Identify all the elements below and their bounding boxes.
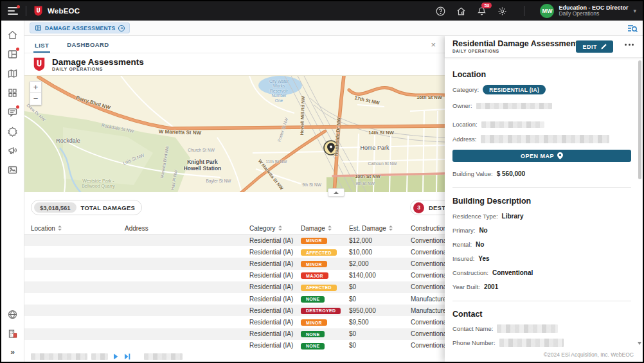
section-divider — [452, 301, 631, 301]
brand-name: WebEOC — [48, 7, 80, 15]
column-header-address[interactable]: Address — [118, 225, 243, 232]
sidebar-organization-icon[interactable] — [7, 328, 18, 339]
summary-row: $3,018,561 TOTAL DAMAGES 3 DESTROYED — [24, 192, 445, 222]
damage-badge: MINOR — [301, 319, 327, 326]
sidebar-broadcast-icon[interactable] — [7, 145, 18, 156]
detail-field: Insured:Yes — [452, 255, 631, 262]
detail-panel-header: Residential Damage Assessment DAILY OPER… — [445, 36, 643, 58]
next-page-icon[interactable] — [112, 353, 120, 360]
sidebar-language-icon[interactable] — [7, 309, 18, 320]
top-bar: WebEOC 53 MW Education - EOC Director Da… — [1, 1, 643, 21]
panel-scrollbar[interactable] — [638, 60, 641, 179]
table-row[interactable]: Residential (IA)MAJOR$140,000Conventiona… — [24, 270, 445, 281]
cell-construction: Conventional — [402, 260, 445, 267]
table-row[interactable]: Residential (IA)NONE$0Conventional — [24, 340, 445, 351]
table-row[interactable]: Residential (IA)AFFECTED$0Conventional — [24, 281, 445, 293]
scrollbar-down-arrow-icon[interactable] — [638, 342, 641, 345]
detail-field: Construction:Conventional — [452, 269, 631, 276]
field-label: Rental: — [452, 241, 472, 248]
sidebar-plugins-icon[interactable] — [7, 126, 18, 137]
open-map-button[interactable]: OPEN MAP — [452, 150, 631, 162]
field-label: Construction: — [452, 269, 488, 276]
damage-badge: NONE — [301, 331, 325, 337]
table-row[interactable]: Residential (IA)NONE$0Manufactured — [24, 293, 445, 305]
field-value: No — [476, 241, 484, 248]
left-sidebar: » — [1, 21, 24, 362]
last-page-icon[interactable] — [123, 353, 131, 360]
user-avatar[interactable]: MW — [540, 4, 554, 18]
sidebar-expand-icon[interactable]: » — [10, 348, 15, 357]
column-header-construction[interactable]: Construction — [402, 225, 445, 232]
cell-damage: MINOR — [294, 260, 343, 268]
board-tab-damage-assessments[interactable]: DAMAGE ASSESSMENTS × — [30, 22, 130, 33]
table-row[interactable]: Residential (IA)AFFECTED$10,000Conventio… — [24, 246, 445, 258]
column-header-est-damage[interactable]: Est. Damage — [343, 225, 402, 232]
settings-gear-icon[interactable] — [497, 6, 507, 16]
menu-icon[interactable] — [8, 7, 18, 15]
sidebar-home-icon[interactable] — [7, 30, 18, 40]
cell-est-damage: $0 — [343, 342, 402, 349]
owner-label: Owner: — [452, 102, 472, 109]
total-damages-pill: $3,018,561 TOTAL DAMAGES — [31, 200, 142, 215]
sidebar-apps-icon[interactable] — [7, 87, 18, 98]
table-row[interactable]: Residential (IA)DESTROYED$950,000Manufac… — [24, 305, 445, 316]
field-value: Library — [502, 213, 524, 220]
user-menu-chevron-icon[interactable]: ▾ — [633, 8, 636, 14]
table-row[interactable]: Residential (IA)MINOR$9,500Conventional — [24, 316, 445, 328]
map-marker-pin[interactable] — [324, 141, 338, 155]
map-pin-icon — [557, 152, 563, 159]
cell-construction: Conventional — [402, 249, 445, 256]
edit-button-label: EDIT — [582, 44, 597, 50]
menu-notification-dot — [17, 5, 20, 8]
damage-badge: MINOR — [301, 238, 327, 244]
cell-damage: NONE — [294, 295, 343, 303]
field-value: No — [479, 227, 487, 234]
edit-button[interactable]: EDIT — [576, 40, 613, 53]
pagination-redacted-text — [91, 353, 108, 360]
destroyed-count: 3 — [413, 202, 424, 213]
cell-construction: Conventional — [402, 342, 445, 349]
close-board-tab-icon[interactable]: × — [118, 25, 125, 31]
cell-damage: NONE — [294, 342, 343, 350]
total-damages-amount: $3,018,561 — [34, 202, 76, 213]
tab-dashboard[interactable]: DASHBOARD — [66, 37, 110, 53]
field-label: Insured: — [452, 255, 474, 262]
destroyed-label: DESTROYED — [429, 204, 445, 211]
sidebar-boards-icon[interactable] — [7, 49, 18, 60]
damage-map[interactable]: Perry Blvd NWDrew Dr NWRockdaleRockdale … — [24, 75, 445, 192]
pencil-icon — [601, 44, 607, 49]
close-panel-icon[interactable]: × — [431, 40, 436, 49]
cell-est-damage: $0 — [343, 330, 402, 337]
map-zoom-control: + − — [30, 81, 42, 105]
detail-field: Contact Name: — [452, 324, 631, 333]
more-options-button[interactable] — [625, 44, 634, 46]
sidebar-messages-icon[interactable] — [7, 107, 18, 118]
sidebar-media-icon[interactable] — [7, 164, 18, 175]
table-row[interactable]: Residential (IA)NONE$0Conventional — [24, 328, 445, 340]
cell-est-damage: $0 — [343, 283, 402, 290]
cell-construction: Conventional — [402, 272, 445, 279]
home-icon[interactable] — [456, 6, 466, 16]
help-icon[interactable] — [436, 6, 445, 16]
search-boards-icon[interactable] — [627, 24, 638, 33]
cell-damage: MINOR — [294, 236, 343, 244]
user-info[interactable]: Education - EOC Director Daily Operation… — [559, 4, 628, 17]
column-header-location[interactable]: Location — [24, 225, 118, 232]
zoom-out-button[interactable]: − — [30, 93, 42, 105]
cell-category: Residential (IA) — [243, 237, 294, 244]
category-field: Category: RESIDENTIAL (IA) — [452, 85, 631, 94]
cell-damage: AFFECTED — [294, 249, 343, 256]
tab-list[interactable]: LIST — [33, 37, 50, 53]
column-header-category[interactable]: Category — [243, 225, 294, 232]
section-heading-contact: Contact — [452, 310, 631, 319]
section-heading-location: Location — [452, 70, 631, 79]
table-row[interactable]: Residential (IA)MINOR$12,000Conventional — [24, 235, 445, 246]
sidebar-maps-icon[interactable] — [7, 68, 18, 79]
collapse-map-button[interactable] — [328, 188, 344, 197]
category-value-badge: RESIDENTIAL (IA) — [483, 85, 546, 94]
cell-construction: Conventional — [402, 283, 445, 290]
table-row[interactable]: Residential (IA)MINOR$2,000Conventional — [24, 258, 445, 269]
notifications-icon[interactable]: 53 — [477, 6, 487, 16]
column-header-damage[interactable]: Damage — [294, 225, 343, 232]
zoom-in-button[interactable]: + — [30, 81, 42, 93]
